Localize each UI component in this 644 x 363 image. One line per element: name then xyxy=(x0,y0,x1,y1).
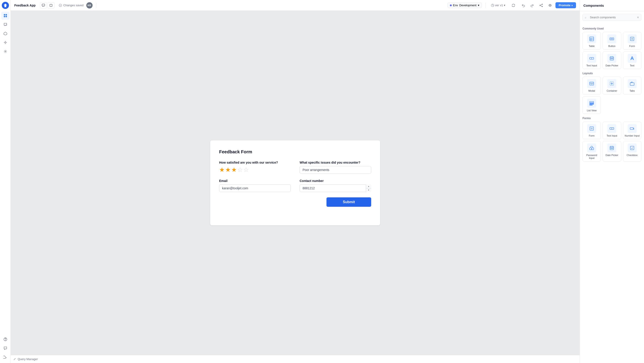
component-item-text-input[interactable]: Text Input xyxy=(582,51,601,69)
header-actions: Promote » xyxy=(520,2,576,9)
component-item-modal[interactable]: Modal xyxy=(582,77,601,94)
env-selector[interactable]: Env Development ▾ xyxy=(448,2,482,8)
text-input2-icon xyxy=(607,124,616,133)
right-panel: Components ⌕ ✕ Commonly Used Table Butto… xyxy=(580,0,644,363)
sidebar-item-settings[interactable] xyxy=(1,47,10,55)
svg-rect-10 xyxy=(42,4,45,6)
svg-rect-49 xyxy=(590,101,594,103)
svg-rect-41 xyxy=(610,82,614,85)
share-button[interactable] xyxy=(538,2,545,9)
sidebar-item-variables[interactable] xyxy=(1,29,10,37)
sidebar-item-comments[interactable] xyxy=(1,20,10,29)
star-2[interactable]: ★ xyxy=(225,166,231,173)
modal-icon xyxy=(587,79,596,88)
password-input-icon xyxy=(587,143,596,152)
star-4[interactable]: ☆ xyxy=(237,166,243,173)
env-chevron: ▾ xyxy=(478,3,480,7)
svg-rect-51 xyxy=(590,104,594,104)
save-status: Changes saved xyxy=(59,3,84,7)
svg-rect-3 xyxy=(4,16,5,17)
query-manager-label[interactable]: Query Manager xyxy=(18,358,38,361)
submit-button[interactable]: Submit xyxy=(326,197,371,207)
component-item-button[interactable]: Button xyxy=(603,32,621,50)
svg-point-66 xyxy=(611,148,611,149)
component-item-form2[interactable]: Form xyxy=(582,122,601,139)
version-selector[interactable]: ver v1 ▾ xyxy=(489,3,507,8)
component-label-date-picker2: Date Picker xyxy=(606,154,618,157)
svg-point-15 xyxy=(542,6,543,7)
star-rating[interactable]: ★ ★ ★ ☆ ☆ xyxy=(219,166,291,173)
env-dot xyxy=(450,4,452,6)
star-1[interactable]: ★ xyxy=(219,166,225,173)
svg-rect-47 xyxy=(630,83,634,85)
sidebar-item-editor[interactable] xyxy=(1,12,10,20)
component-item-password-input[interactable]: Password Input xyxy=(582,141,601,162)
svg-point-16 xyxy=(540,5,540,5)
component-item-tabs[interactable]: Tabs xyxy=(623,77,641,94)
svg-rect-57 xyxy=(630,128,633,129)
contact-input[interactable] xyxy=(300,184,371,192)
sidebar-item-chat[interactable] xyxy=(1,344,10,352)
spinner-up[interactable]: ▲ xyxy=(366,184,371,188)
spinner-down[interactable]: ▼ xyxy=(366,188,371,192)
component-item-list-view[interactable]: List View xyxy=(582,96,601,114)
panel-content: Commonly Used Table Button F xyxy=(580,23,644,363)
sidebar-item-moon[interactable] xyxy=(1,353,10,361)
app-logo[interactable] xyxy=(2,2,9,9)
component-item-date-picker2[interactable]: Date Picker xyxy=(603,141,621,162)
component-label-button: Button xyxy=(608,45,616,48)
undo-button[interactable] xyxy=(520,2,527,9)
component-label-form: Form xyxy=(629,45,635,48)
table-icon xyxy=(587,34,596,43)
component-item-text[interactable]: A Text xyxy=(623,51,641,69)
component-label-container: Container xyxy=(607,89,618,92)
checkbox-icon xyxy=(628,143,636,152)
svg-point-25 xyxy=(612,39,613,39)
ver-value: v1 xyxy=(500,3,503,7)
star-5[interactable]: ☆ xyxy=(243,166,249,173)
preview-button[interactable] xyxy=(546,2,554,9)
issues-label: What specific issues did you encounter? xyxy=(300,161,371,164)
component-item-date-picker[interactable]: Date Picker xyxy=(603,51,621,69)
star-3[interactable]: ★ xyxy=(231,166,237,173)
redo-button[interactable] xyxy=(528,2,536,9)
issues-input[interactable] xyxy=(300,166,371,174)
sidebar-item-components[interactable] xyxy=(1,38,10,46)
svg-point-7 xyxy=(5,51,6,52)
component-item-text-input2[interactable]: Text Input xyxy=(603,122,621,139)
form2-icon xyxy=(587,124,596,133)
email-label: Email xyxy=(219,179,291,183)
app-title: Feedback App xyxy=(14,3,36,7)
text-input-icon xyxy=(587,54,596,63)
sidebar-bottom xyxy=(1,335,10,361)
component-item-number-input[interactable]: Number Input xyxy=(623,122,641,139)
contact-group: Contact number ▲ ▼ xyxy=(300,179,371,192)
component-item-form[interactable]: Form xyxy=(623,32,641,50)
promote-button[interactable]: Promote » xyxy=(556,2,576,8)
component-label-number-input: Number Input xyxy=(625,134,640,137)
search-clear-icon[interactable]: ✕ xyxy=(637,16,639,19)
env-label: Env xyxy=(453,3,458,7)
canvas-area[interactable]: Feedback Form How satisfied are you with… xyxy=(11,11,580,355)
comment-mode-button[interactable] xyxy=(40,2,47,8)
email-input[interactable] xyxy=(219,184,291,192)
expand-icon[interactable]: ⤢ xyxy=(14,358,16,361)
left-sidebar xyxy=(0,0,11,363)
component-item-checkbox[interactable]: Checkbox xyxy=(623,141,641,162)
component-item-table[interactable]: Table xyxy=(582,32,601,50)
commonly-used-label: Commonly Used xyxy=(582,27,641,30)
svg-point-61 xyxy=(592,148,592,149)
user-avatar[interactable]: KR xyxy=(86,2,92,8)
header-toolbar xyxy=(40,2,54,8)
component-label-form2: Form xyxy=(589,134,594,137)
forms-label: Forms xyxy=(582,117,641,120)
search-input[interactable] xyxy=(582,14,641,21)
sidebar-item-help[interactable] xyxy=(1,335,10,343)
button-icon xyxy=(607,34,616,43)
panel-title: Components xyxy=(580,0,644,11)
component-label-table: Table xyxy=(589,45,594,48)
reload-button[interactable] xyxy=(510,2,517,9)
component-item-container[interactable]: Container xyxy=(603,77,621,94)
svg-rect-53 xyxy=(590,127,594,130)
layers-button[interactable] xyxy=(48,2,54,8)
